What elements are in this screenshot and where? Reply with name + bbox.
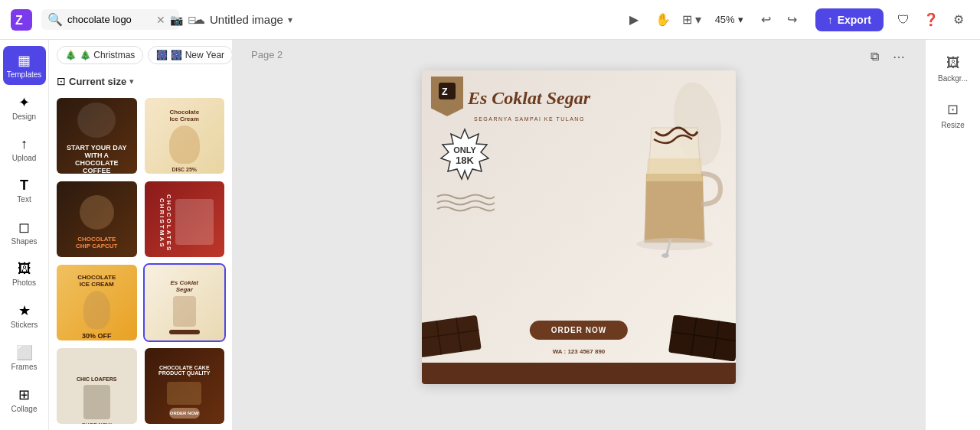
svg-point-10 — [636, 238, 713, 250]
current-size-dropdown-icon: ▾ — [129, 77, 134, 86]
sidebar-item-templates[interactable]: ▦ Templates — [3, 46, 46, 85]
search-input[interactable]: chocolate logo — [67, 14, 152, 25]
sidebar-item-label: Photos — [12, 279, 36, 287]
svg-text:Z: Z — [15, 14, 23, 27]
filter-chip-newyear[interactable]: 🎆 🎆 New Year — [148, 46, 232, 64]
document-title-area: ☁ Untitled image ▾ — [193, 12, 292, 27]
sidebar-item-photos[interactable]: 🖼 Photos — [3, 255, 46, 293]
template-card[interactable]: CHOCOLATEICE CREAM 30% OFF — [55, 263, 139, 342]
save-icon: ☁ — [193, 12, 205, 27]
sidebar-item-label: Templates — [7, 70, 42, 79]
template-card[interactable]: START YOUR DAY WITH A CHOCOLATE COFFEE — [55, 96, 139, 175]
current-size-icon: ⊡ — [57, 75, 66, 87]
logo-icon: Z — [439, 83, 456, 99]
canvas-page-actions: ⧉ ⋯ — [864, 46, 910, 67]
export-label: Export — [838, 14, 871, 26]
templates-filters: 🎄 🎄 Christmas 🎆 🎆 New Year Mo... — [49, 40, 232, 70]
right-panel: 🖼 Backgr... ⊡ Resize — [925, 40, 980, 430]
search-clear-button[interactable]: ✕ — [156, 14, 165, 26]
design-icon: ✦ — [18, 94, 30, 111]
export-button[interactable]: ↑ Export — [815, 8, 884, 31]
template-card[interactable]: CHRISTMAS CHOCOLATES — [143, 180, 227, 259]
canvas-scroll: Z Es Coklat Segar SEGARNYA SAMPAI KE TUL… — [233, 40, 925, 430]
sidebar-item-shapes[interactable]: ◻ Shapes — [3, 213, 46, 252]
svg-text:18K: 18K — [456, 155, 474, 166]
template-card[interactable]: ChocolateIce Cream DISC 25% — [143, 96, 227, 175]
svg-rect-15 — [668, 315, 736, 361]
document-title: Untitled image — [210, 13, 283, 26]
sidebar-item-upload[interactable]: ↑ Upload — [3, 130, 46, 168]
settings-icon[interactable]: ⚙ — [946, 8, 971, 32]
search-camera-icon[interactable]: 📷 — [170, 14, 183, 26]
photos-icon: 🖼 — [18, 261, 31, 277]
order-now-button: ORDER NOW — [530, 321, 628, 340]
resize-label: Resize — [941, 121, 965, 129]
undo-redo-group: ↩ ↪ — [754, 8, 805, 32]
filter-chip-christmas[interactable]: 🎄 🎄 Christmas — [57, 46, 143, 64]
zoom-control[interactable]: 45% ▾ — [709, 11, 750, 28]
hand-tool-button[interactable]: ✋ — [651, 8, 675, 32]
help-icon[interactable]: ❓ — [919, 8, 943, 32]
sidebar-icons: ▦ Templates ✦ Design ↑ Upload T Text ◻ S… — [0, 40, 49, 430]
template-card[interactable]: CHOCOLATECHIP CAPCUT — [55, 180, 139, 259]
sidebar-item-label: Shapes — [11, 237, 38, 246]
svg-text:Z: Z — [442, 86, 448, 97]
search-icon: 🔍 — [47, 12, 63, 27]
sidebar-item-label: Frames — [11, 363, 38, 371]
canvas-area: Page 2 ⧉ ⋯ Z — [233, 40, 925, 430]
chocolate-left — [422, 315, 483, 357]
sidebar-item-collage[interactable]: ⊞ Collage — [3, 380, 46, 419]
chocolate-right — [667, 315, 736, 361]
resize-icon: ⊡ — [947, 101, 959, 118]
christmas-icon: 🎄 — [65, 50, 77, 60]
canvas-copy-page-button[interactable]: ⧉ — [864, 46, 885, 67]
subtitle-text: SEGARNYA SAMPAI KE TULANG — [474, 116, 585, 122]
shapes-icon: ◻ — [18, 219, 30, 236]
current-size-label: Current size — [69, 76, 126, 87]
sidebar-item-design[interactable]: ✦ Design — [3, 88, 46, 127]
undo-button[interactable]: ↩ — [754, 8, 779, 32]
drink-glass — [625, 112, 724, 258]
canvas-design: Z Es Coklat Segar SEGARNYA SAMPAI KE TUL… — [422, 70, 736, 384]
template-card-selected[interactable]: Es CoklatSegar — [143, 263, 227, 342]
sidebar-item-frames[interactable]: ⬜ Frames — [3, 338, 46, 377]
svg-text:ONLY: ONLY — [453, 145, 476, 155]
page-label-text: Page 2 — [251, 49, 283, 60]
filter-chip-label: 🎆 New Year — [171, 50, 224, 60]
collage-icon: ⊞ — [18, 386, 30, 403]
topbar-tools: ▶ ✋ ⊞ ▾ 45% ▾ ↩ ↪ ↑ Export 🛡 ❓ ⚙ — [622, 8, 971, 32]
template-card[interactable]: CHIC LOAFERS SHOP NOW — [55, 347, 139, 425]
canvas-more-button[interactable]: ⋯ — [888, 46, 910, 67]
app-logo[interactable]: Z — [9, 8, 34, 32]
frames-icon: ⬜ — [16, 344, 33, 361]
banner-bookmark: Z — [431, 77, 463, 116]
svg-rect-11 — [422, 315, 482, 357]
sidebar-collapse-button[interactable]: ⌄ — [3, 422, 46, 430]
stickers-icon: ★ — [18, 302, 31, 319]
template-card[interactable]: CHOCOLATE CAKEPRODUCT QUALITY ORDER NOW — [143, 347, 227, 425]
select-tool-button[interactable]: ▶ — [622, 8, 646, 32]
sidebar-item-text[interactable]: T Text — [3, 171, 46, 210]
background-icon: 🖼 — [946, 55, 960, 71]
wave-decoration — [433, 189, 495, 215]
sidebar-item-stickers[interactable]: ★ Stickers — [3, 296, 46, 335]
frame-tool-button[interactable]: ⊞ ▾ — [680, 8, 704, 32]
canvas-design-card: Z Es Coklat Segar SEGARNYA SAMPAI KE TUL… — [422, 70, 736, 384]
export-icon: ↑ — [828, 14, 833, 26]
background-button[interactable]: 🖼 Backgr... — [930, 49, 976, 89]
sidebar-item-label: Text — [17, 195, 31, 204]
sidebar-item-label: Design — [12, 112, 36, 121]
background-label: Backgr... — [938, 74, 968, 83]
templates-panel: 🎄 🎄 Christmas 🎆 🎆 New Year Mo... ⊡ Curre… — [49, 40, 233, 430]
title-dropdown-icon[interactable]: ▾ — [288, 15, 292, 25]
price-badge: ONLY 18K — [437, 128, 492, 183]
footer-bar — [422, 363, 736, 384]
newyear-icon: 🎆 — [156, 50, 168, 60]
redo-button[interactable]: ↪ — [780, 8, 805, 32]
page-label: Page 2 — [251, 49, 283, 60]
search-box: 🔍 chocolate logo ✕ 📷 ⊟ — [41, 9, 179, 30]
current-size-bar[interactable]: ⊡ Current size ▾ — [49, 70, 232, 92]
templates-grid: START YOUR DAY WITH A CHOCOLATE COFFEE C… — [49, 92, 232, 430]
shield-icon[interactable]: 🛡 — [891, 8, 916, 32]
resize-button[interactable]: ⊡ Resize — [930, 95, 976, 135]
